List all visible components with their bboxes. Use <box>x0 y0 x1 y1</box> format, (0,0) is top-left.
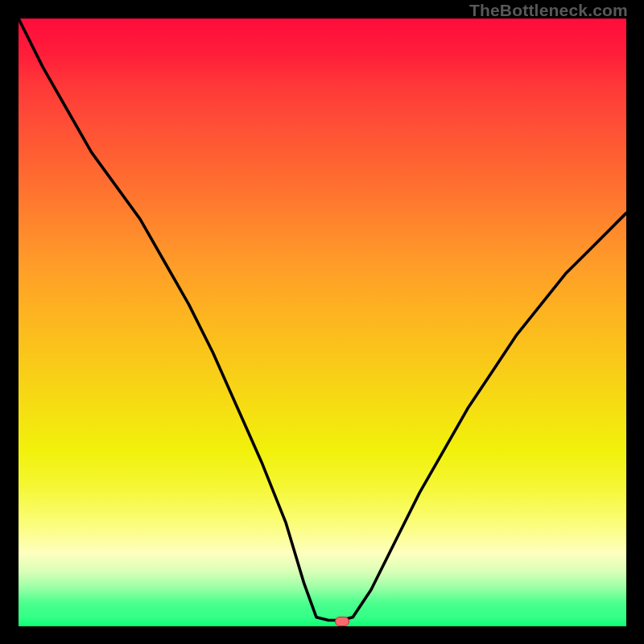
plot-area <box>19 19 626 626</box>
bottleneck-curve <box>19 19 626 626</box>
chart-page: TheBottleneck.com <box>0 0 644 644</box>
curve-path <box>19 19 626 620</box>
watermark-text: TheBottleneck.com <box>469 1 628 20</box>
optimum-marker <box>335 617 349 626</box>
